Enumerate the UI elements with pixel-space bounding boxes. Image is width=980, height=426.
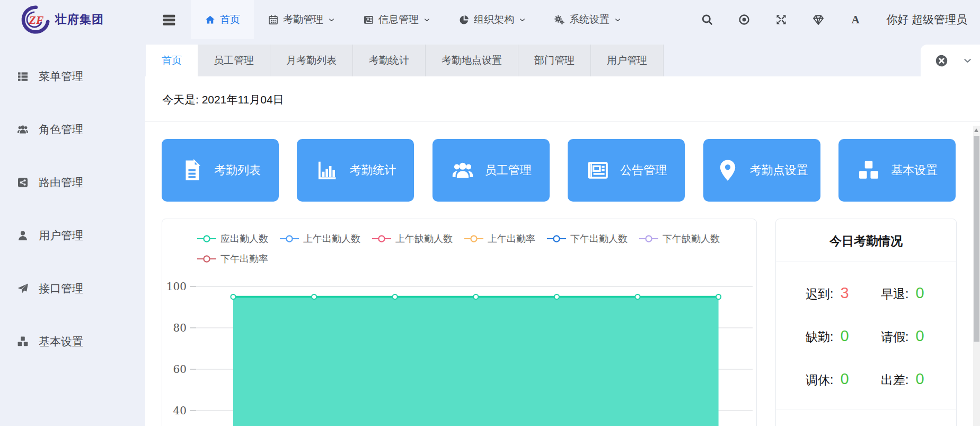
tab-3[interactable]: 考勤统计 — [353, 45, 426, 76]
topnav-item-pie-chart[interactable]: 组织架构 — [445, 0, 540, 39]
stat-label: 请假: — [881, 329, 908, 345]
fullscreen-icon[interactable] — [775, 13, 788, 26]
user-icon — [16, 229, 30, 242]
sidebar-item-user[interactable]: 用户管理 — [0, 209, 145, 262]
chevron-down-icon — [423, 16, 431, 24]
data-point-marker[interactable] — [312, 294, 316, 299]
quick-action-users[interactable]: 员工管理 — [432, 139, 550, 202]
legend-label: 应出勤人数 — [220, 232, 268, 245]
bullseye-icon[interactable] — [738, 13, 751, 26]
legend-marker-icon — [464, 234, 483, 243]
topnav-item-calendar[interactable]: 考勤管理 — [254, 0, 349, 39]
tab-0[interactable]: 首页 — [146, 45, 198, 76]
data-point-marker[interactable] — [635, 294, 640, 299]
user-greeting[interactable]: 你好 超级管理员 — [886, 12, 967, 27]
gem-icon[interactable] — [812, 13, 825, 26]
home-icon — [205, 14, 216, 25]
topnav-item-gears[interactable]: 系统设置 — [540, 0, 635, 39]
today-attendance-panel: 今日考勤情况 迟到:3早退:0缺勤:0请假:0调休:0出差:0 — [775, 219, 957, 426]
sidebar-item-share[interactable]: 路由管理 — [0, 156, 145, 209]
y-axis-tick-label: 60 — [173, 363, 187, 376]
legend-item[interactable]: 上午缺勤人数 — [372, 232, 453, 245]
legend-item[interactable]: 下午出勤率 — [197, 253, 268, 265]
tab-6[interactable]: 用户管理 — [591, 45, 664, 76]
topnav-item-label: 组织架构 — [474, 13, 514, 27]
tab-label: 考勤地点设置 — [442, 54, 502, 67]
stat-item: 调休:0 — [806, 370, 881, 388]
quick-action-map-marker[interactable]: 考勤点设置 — [703, 139, 820, 202]
tab-5[interactable]: 部门管理 — [518, 45, 591, 76]
quick-action-file[interactable]: 考勤列表 — [162, 139, 279, 202]
cubes-icon — [16, 335, 30, 348]
chevron-down-icon — [328, 16, 336, 24]
quick-action-newspaper[interactable]: 公告管理 — [568, 139, 685, 202]
legend-item[interactable]: 应出勤人数 — [197, 232, 268, 245]
stat-label: 早退: — [881, 286, 908, 302]
today-stats: 迟到:3早退:0缺勤:0请假:0调休:0出差:0 — [776, 284, 956, 388]
header-tools: A 你好 超级管理员 — [701, 12, 980, 27]
stat-value: 0 — [840, 370, 849, 388]
legend-marker-icon — [280, 234, 299, 243]
tab-1[interactable]: 员工管理 — [198, 45, 270, 76]
scroll-up-arrow-icon[interactable] — [974, 128, 978, 132]
close-tabs-icon[interactable] — [934, 54, 949, 68]
tab-label: 部门管理 — [534, 54, 575, 67]
sidebar-toggle-hamburger-icon[interactable] — [161, 12, 177, 28]
data-point-marker[interactable] — [231, 294, 235, 299]
scrollbar-thumb[interactable] — [974, 136, 979, 342]
tab-2[interactable]: 月考勤列表 — [270, 45, 353, 76]
top-navigation: 首页考勤管理信息管理组织架构系统设置 — [191, 0, 635, 39]
data-point-marker[interactable] — [716, 294, 721, 299]
quick-action-cubes[interactable]: 基本设置 — [838, 139, 956, 202]
tab-actions — [921, 45, 980, 76]
tab-label: 首页 — [162, 54, 182, 67]
cubes-icon — [857, 158, 881, 182]
newspaper-icon — [586, 158, 610, 182]
divider — [776, 410, 956, 410]
divider — [776, 262, 956, 262]
legend-item[interactable]: 下午出勤人数 — [547, 232, 628, 245]
data-point-marker[interactable] — [554, 294, 559, 299]
map-marker-icon — [716, 158, 740, 182]
sidebar-item-paper-plane[interactable]: 接口管理 — [0, 262, 145, 315]
sidebar: 菜单管理角色管理路由管理用户管理接口管理基本设置 — [0, 39, 145, 426]
stat-label: 出差: — [881, 372, 908, 388]
sidebar-item-users[interactable]: 角色管理 — [0, 103, 145, 156]
topnav-item-home[interactable]: 首页 — [191, 0, 254, 39]
stat-value: 0 — [915, 370, 924, 388]
topnav-item-newspaper[interactable]: 信息管理 — [349, 0, 445, 39]
quick-action-label: 考勤统计 — [349, 162, 396, 178]
attendance-chart-card: 应出勤人数上午出勤人数上午缺勤人数上午出勤率下午出勤人数下午缺勤人数下午出勤率 … — [162, 219, 757, 426]
header: ZF 壮府集团 首页考勤管理信息管理组织架构系统设置 A 你好 超级管理员 — [0, 0, 980, 39]
main-content: 今天是: 2021年11月04日 考勤列表考勤统计员工管理公告管理考勤点设置基本… — [145, 76, 980, 426]
svg-text:A: A — [852, 13, 860, 26]
data-point-marker[interactable] — [393, 294, 398, 299]
data-point-marker[interactable] — [473, 294, 478, 299]
topnav-item-label: 首页 — [220, 13, 240, 27]
y-axis-tick-label: 40 — [173, 404, 187, 417]
legend-item[interactable]: 上午出勤人数 — [280, 232, 360, 245]
share-icon — [16, 176, 30, 189]
stat-item: 迟到:3 — [806, 284, 881, 302]
search-icon[interactable] — [701, 13, 713, 26]
quick-action-bar-chart[interactable]: 考勤统计 — [297, 139, 414, 202]
sidebar-item-list[interactable]: 菜单管理 — [0, 50, 145, 103]
sidebar-item-label: 菜单管理 — [39, 69, 83, 84]
legend-marker-icon — [372, 234, 391, 243]
attendance-area-chart: 100806040 — [162, 273, 756, 426]
sidebar-item-label: 接口管理 — [39, 281, 83, 296]
vertical-scrollbar[interactable] — [973, 126, 980, 426]
tab-4[interactable]: 考勤地点设置 — [426, 45, 518, 76]
newspaper-icon — [363, 14, 374, 25]
tab-strip: 首页员工管理月考勤列表考勤统计考勤地点设置部门管理用户管理 — [145, 39, 980, 76]
legend-marker-icon — [197, 255, 216, 263]
legend-item[interactable]: 下午缺勤人数 — [639, 232, 720, 245]
sidebar-item-cubes[interactable]: 基本设置 — [0, 315, 145, 368]
legend-item[interactable]: 上午出勤率 — [464, 232, 535, 245]
stat-item: 早退:0 — [881, 284, 956, 302]
svg-text:ZF: ZF — [29, 14, 43, 27]
stat-value: 0 — [915, 284, 924, 302]
dashboard-cards: 应出勤人数上午出勤人数上午缺勤人数上午出勤率下午出勤人数下午缺勤人数下午出勤率 … — [162, 219, 980, 426]
font-size-icon[interactable]: A — [849, 13, 862, 26]
tab-list-chevron-down-icon[interactable] — [963, 56, 973, 66]
